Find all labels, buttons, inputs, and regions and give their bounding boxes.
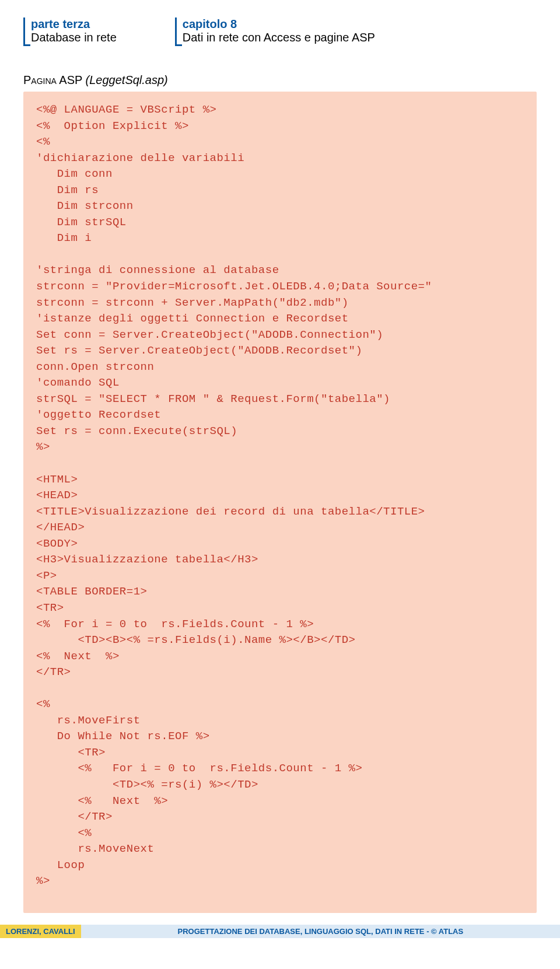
footer-book-title: PROGETTAZIONE DEI DATABASE, LINGUAGGIO S… [81, 925, 560, 938]
page-header: parte terza Database in rete capitolo 8 … [23, 18, 537, 44]
part-subtitle: Database in rete [31, 31, 117, 44]
part-label: parte terza [31, 18, 117, 31]
section-tech: ASP [57, 74, 86, 86]
header-right: capitolo 8 Dati in rete con Access e pag… [175, 18, 375, 44]
section-label: Pagina [23, 74, 57, 86]
page-footer: LORENZI, CAVALLI PROGETTAZIONE DEI DATAB… [0, 925, 560, 938]
section-title: Pagina ASP (LeggetSql.asp) [23, 74, 537, 87]
section-file: (LeggetSql.asp) [86, 74, 168, 86]
chapter-label: capitolo 8 [183, 18, 375, 31]
header-left: parte terza Database in rete [23, 18, 117, 44]
code-block: <%@ LANGUAGE = VBScript %> <% Option Exp… [23, 92, 537, 913]
page: parte terza Database in rete capitolo 8 … [0, 0, 560, 913]
footer-authors: LORENZI, CAVALLI [0, 925, 81, 938]
chapter-subtitle: Dati in rete con Access e pagine ASP [183, 31, 375, 44]
